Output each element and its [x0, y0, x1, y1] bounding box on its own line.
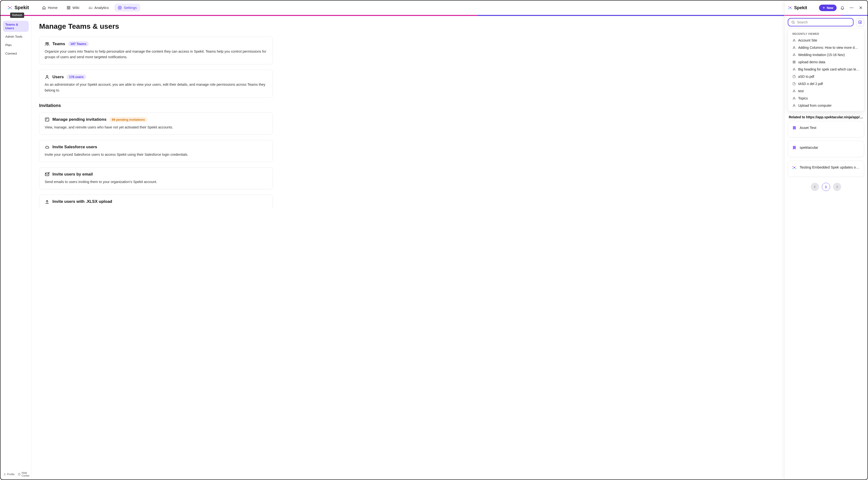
brand-name: Spekit: [14, 5, 29, 10]
upload-icon: [45, 199, 50, 204]
recent-item[interactable]: Wedding Invitation (15-16 Nov): [788, 51, 864, 58]
email-title: Invite users by email: [53, 172, 93, 177]
org-icon: [793, 53, 796, 57]
svg-point-51: [795, 168, 796, 169]
file-icon: [793, 75, 796, 78]
related-label: Related to https://app.spektacular.ninja…: [784, 111, 868, 121]
dropdown-header: RECENTLY VIEWED: [788, 30, 864, 37]
svg-rect-37: [794, 61, 795, 62]
svg-rect-9: [67, 6, 68, 7]
panel-close-button[interactable]: [857, 4, 864, 11]
panel-brand[interactable]: Spekit: [788, 5, 816, 10]
svg-rect-12: [69, 8, 70, 9]
nav-wiki[interactable]: Wiki: [63, 4, 83, 11]
pager-prev-button[interactable]: [811, 183, 819, 191]
svg-rect-10: [69, 6, 70, 7]
teams-count-pill: 187 Teams: [68, 41, 89, 46]
main-nav: Home Wiki Analytics Settings: [39, 4, 140, 11]
sidebar-footer: Profile Help Center: [0, 469, 31, 480]
related-card-title: Asset Test: [800, 126, 816, 130]
invitations-section-title: Invitations: [39, 103, 273, 108]
recent-item-label: Wedding Invitation (15-16 Nov): [798, 53, 845, 57]
brand-dots-icon: [7, 5, 12, 10]
svg-point-31: [792, 21, 794, 23]
recent-item-label: Account Site: [798, 38, 817, 42]
users-desc: As an administrator of your Spekit accou…: [45, 82, 267, 93]
profile-link[interactable]: Profile: [3, 471, 14, 477]
chevron-left-icon: [813, 185, 817, 189]
refresh-tooltip: Refresh: [10, 12, 24, 18]
sidebar-item-plan[interactable]: Plan: [3, 41, 29, 49]
related-card[interactable]: spektacular: [788, 141, 864, 157]
xlsx-title: Invite users with .XLSX upload: [53, 199, 112, 204]
search-icon: [791, 20, 795, 24]
notifications-button[interactable]: [839, 4, 846, 11]
nav-settings[interactable]: Settings: [115, 4, 140, 11]
invite-email-card[interactable]: Invite users by email Send emails to use…: [39, 167, 273, 189]
bar-chart-icon: [88, 6, 92, 10]
svg-point-41: [794, 90, 794, 90]
sidebar-item-connect[interactable]: Connect: [3, 50, 29, 57]
recent-item-label: aSD to.pdf: [798, 74, 814, 78]
related-card[interactable]: Testing Embedded Spek updates on St…: [788, 161, 864, 177]
recent-item[interactable]: Topics: [788, 95, 864, 102]
email-desc: Send emails to users inviting them to yo…: [45, 179, 267, 185]
expand-icon: [858, 20, 862, 24]
nav-settings-label: Settings: [124, 5, 137, 10]
recent-item[interactable]: tASD o del 2.pdf: [788, 80, 864, 87]
sidebar-item-teams-users[interactable]: Teams & Users: [3, 21, 29, 32]
recent-item-label: Upload from computer: [798, 104, 832, 107]
recent-item-label: test: [798, 89, 804, 93]
profile-label: Profile: [7, 473, 14, 476]
pager-next-button[interactable]: [833, 183, 841, 191]
invite-salesforce-card[interactable]: Invite Salesforce users Invite your sync…: [39, 140, 273, 162]
panel-search-input[interactable]: [797, 20, 850, 24]
invite-xlsx-card[interactable]: Invite users with .XLSX upload: [39, 195, 273, 209]
related-card[interactable]: Asset Test: [788, 121, 864, 137]
recent-item[interactable]: aSD to.pdf: [788, 73, 864, 80]
svg-point-29: [851, 7, 852, 8]
file-icon: [793, 82, 796, 86]
extension-panel: Spekit New RECENTLY VIEWED Account Si: [784, 0, 868, 480]
users-card[interactable]: Users 176 users As an administrator of y…: [39, 70, 273, 98]
nav-home-label: Home: [48, 5, 58, 10]
svg-point-27: [791, 8, 792, 9]
recent-item[interactable]: Account Site: [788, 37, 864, 44]
new-button-label: New: [827, 6, 833, 10]
recent-item[interactable]: Upload from computer: [788, 102, 864, 109]
settings-sidebar: Teams & Users Admin Tools Plan Connect P…: [0, 16, 31, 480]
panel-topbar: Spekit New: [784, 0, 868, 15]
svg-point-20: [46, 75, 48, 77]
recent-item[interactable]: test: [788, 87, 864, 95]
recent-item[interactable]: upload demo data: [788, 58, 864, 66]
nav-analytics[interactable]: Analytics: [85, 4, 112, 11]
recent-item[interactable]: Big heading for spek card which can lead…: [788, 66, 864, 73]
users-count-pill: 176 users: [67, 74, 86, 79]
pager-page-1[interactable]: 1: [822, 183, 830, 191]
recent-item-label: upload demo data: [798, 60, 825, 64]
panel-more-button[interactable]: [848, 4, 855, 11]
svg-point-28: [850, 7, 850, 8]
teams-card[interactable]: Teams 187 Teams Organize your users into…: [39, 37, 273, 64]
sidebar-item-label: Admin Tools: [5, 35, 23, 38]
sidebar-item-label: Plan: [5, 43, 11, 47]
pending-invitations-card[interactable]: Manage pending invitations 89 pending in…: [39, 113, 273, 135]
sidebar-item-admin-tools[interactable]: Admin Tools: [3, 33, 29, 40]
bookmark-icon: [792, 126, 797, 130]
svg-point-26: [788, 8, 789, 9]
svg-point-24: [788, 6, 789, 7]
page-title: Manage Teams & users: [39, 22, 273, 30]
teams-icon: [45, 41, 50, 46]
svg-rect-39: [794, 62, 795, 63]
panel-expand-button[interactable]: [856, 18, 864, 26]
recent-item[interactable]: Adding Columns: How to view more data …: [788, 44, 864, 51]
brand-logo[interactable]: Spekit: [7, 5, 29, 10]
help-center-link[interactable]: Help Center: [18, 471, 29, 477]
recent-item-label: tASD o del 2.pdf: [798, 82, 823, 86]
new-button[interactable]: New: [819, 5, 837, 11]
grid-icon: [67, 6, 70, 10]
org-icon: [793, 46, 796, 49]
help-label: Help Center: [22, 471, 29, 477]
nav-home[interactable]: Home: [39, 4, 61, 11]
panel-search[interactable]: [788, 18, 854, 26]
